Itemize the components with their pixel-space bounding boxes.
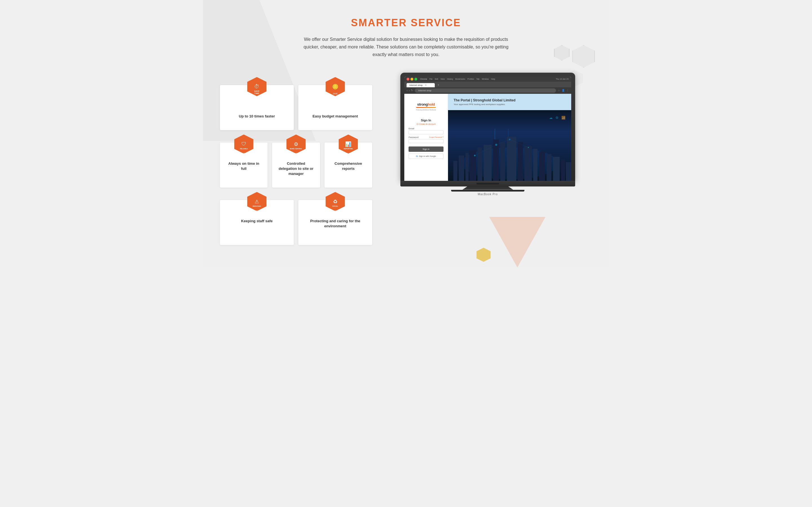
browser-menu-items: Chrome File Edit View History Bookmarks … xyxy=(420,78,495,80)
laptop-container: Chrome File Edit View History Bookmarks … xyxy=(400,73,575,196)
toolbar-right-icons: ☆ 👤 ⋮ xyxy=(558,89,569,92)
email-input[interactable] xyxy=(409,130,444,134)
email-label: Email xyxy=(409,127,444,130)
wifi-icon: 📶 xyxy=(561,116,566,120)
svg-rect-4 xyxy=(469,150,476,181)
laptop-outer: Chrome File Edit View History Bookmarks … xyxy=(400,73,575,181)
save-time-icon: ⏱ xyxy=(254,83,259,90)
feature-card-reporting: 📊 REPORTINGMADE EASY Comprehensive repor… xyxy=(324,143,372,187)
feature-card-reliable-deliveries: 🛡 RELIABLEDELIVERIES Always on time in f… xyxy=(220,143,267,187)
bookmark-icon[interactable]: ☆ xyxy=(558,89,560,92)
menu-bookmarks[interactable]: Bookmarks xyxy=(455,78,465,80)
stronghold-logo: stronghold Protecting Workforce Worldwid… xyxy=(416,100,436,114)
svg-rect-13 xyxy=(539,151,545,180)
website-main-area: The Portal | Stronghold Global Limited Y… xyxy=(448,94,571,181)
svg-rect-11 xyxy=(524,146,532,180)
risk-title: Keeping staff safe xyxy=(241,219,273,224)
svg-rect-3 xyxy=(465,153,469,181)
features-row-3: ⚠ REDUCINGRISK Keeping staff safe ♻ xyxy=(220,200,372,245)
cloud-icon: ☁ xyxy=(549,116,553,120)
city-background: ☁ ⚙ 📶 xyxy=(448,110,571,181)
refresh-button[interactable]: ↻ xyxy=(411,89,413,92)
svg-rect-15 xyxy=(553,157,560,180)
menu-window[interactable]: Window xyxy=(482,78,489,80)
features-row-1: ⏱ SAVETIME Up to 10 times faster 🪙 xyxy=(220,85,372,130)
feature-card-save-money: 🪙 SAVEMONEY Easy budget management xyxy=(298,85,372,130)
feature-card-social-responsibility: ♻ SOCIALRESPONSIBILITY Protecting and ca… xyxy=(298,200,372,245)
url-text: Internet shop xyxy=(418,89,432,92)
svg-rect-9 xyxy=(507,136,516,181)
features-row-2: 🛡 RELIABLEDELIVERIES Always on time in f… xyxy=(220,143,372,187)
settings-icon[interactable]: ⋮ xyxy=(566,89,569,92)
logo-strong: strong xyxy=(417,102,428,107)
save-time-title: Up to 10 times faster xyxy=(239,114,275,119)
hex-label-reporting: REPORTINGMADE EASY xyxy=(339,145,357,155)
password-input[interactable] xyxy=(409,139,444,143)
hex-label-risk: REDUCINGRISK xyxy=(248,203,266,213)
traffic-light-yellow[interactable] xyxy=(410,78,413,80)
browser-tab-bar: Internet shop ✕ + xyxy=(404,82,571,87)
password-field-group: Password Forgot Password ? xyxy=(409,136,444,143)
logo-container: stronghold Protecting Workforce Worldwid… xyxy=(416,102,436,111)
menu-tab[interactable]: Tab xyxy=(476,78,479,80)
laptop-brand-label: MacBook Pro xyxy=(400,193,575,196)
social-title: Protecting and caring for the environmen… xyxy=(304,219,366,229)
svg-rect-16 xyxy=(561,159,565,181)
feature-card-central-control: ⚙ MORE CENTRALCONTROL Controlled delegat… xyxy=(272,143,320,187)
forward-button[interactable]: › xyxy=(409,89,410,92)
hex-label-save-money: SAVEMONEY xyxy=(327,90,344,101)
tab-title: Internet shop xyxy=(409,84,423,87)
main-layout: ⏱ SAVETIME Up to 10 times faster 🪙 xyxy=(220,73,592,245)
page-subtitle: We offer our Smarter Service digital sol… xyxy=(299,36,513,59)
signin-button[interactable]: Sign in xyxy=(409,147,444,152)
tab-close-icon[interactable]: ✕ xyxy=(425,84,427,87)
laptop-section: Chrome File Edit View History Bookmarks … xyxy=(384,73,592,196)
svg-rect-5 xyxy=(477,147,483,181)
forgot-password-link[interactable]: Forgot Password ? xyxy=(429,136,444,138)
page-wrapper: SMARTER SERVICE We offer our Smarter Ser… xyxy=(203,0,609,268)
google-signin-text: Sign in with Google xyxy=(419,155,436,157)
feature-card-reducing-risk: ⚠ REDUCINGRISK Keeping staff safe xyxy=(220,200,294,245)
menu-profiles[interactable]: Profiles xyxy=(467,78,474,80)
control-title: Controlled delegation to site or manager xyxy=(278,161,314,177)
menu-history[interactable]: History xyxy=(447,78,453,80)
new-tab-button[interactable]: + xyxy=(436,82,441,87)
feature-card-save-time: ⏱ SAVETIME Up to 10 times faster xyxy=(220,85,294,130)
create-account-link[interactable]: Or Create An Account xyxy=(409,123,444,125)
back-button[interactable]: ‹ xyxy=(407,89,408,92)
portal-header: The Portal | Stronghold Global Limited Y… xyxy=(448,94,571,110)
portal-title: The Portal | Stronghold Global Limited xyxy=(454,98,566,102)
logo-underline xyxy=(416,107,436,108)
menu-edit[interactable]: Edit xyxy=(435,78,438,80)
signin-title: Sign In xyxy=(409,119,444,122)
signin-form: Sign In Or Create An Account Email xyxy=(409,119,444,159)
hex-label-social: SOCIALRESPONSIBILITY xyxy=(326,203,344,213)
browser-menu-bar: Chrome File Edit View History Bookmarks … xyxy=(404,76,571,82)
profile-icon[interactable]: 👤 xyxy=(562,89,565,92)
hex-label-reliable: RELIABLEDELIVERIES xyxy=(235,145,253,155)
browser-datetime: Thu 13 Jan 15: xyxy=(556,78,569,80)
traffic-light-red[interactable] xyxy=(407,78,409,80)
page-title: SMARTER SERVICE xyxy=(220,17,592,29)
city-skyline-svg xyxy=(448,110,571,181)
svg-rect-10 xyxy=(518,142,523,181)
menu-view[interactable]: View xyxy=(441,78,445,80)
url-bar[interactable]: Internet shop xyxy=(415,89,556,93)
password-header: Password Forgot Password ? xyxy=(409,136,444,138)
laptop-base xyxy=(400,181,575,186)
website-content: stronghold Protecting Workforce Worldwid… xyxy=(404,94,571,181)
traffic-light-green[interactable] xyxy=(414,78,417,80)
traffic-lights xyxy=(407,78,417,80)
google-signin-button[interactable]: G Sign in with Google xyxy=(409,154,444,159)
portal-subtitle: Your approved PPE tooling and workplace … xyxy=(454,103,566,106)
laptop-foot xyxy=(451,190,524,191)
svg-rect-12 xyxy=(533,149,538,181)
save-money-icon: 🪙 xyxy=(332,83,338,90)
menu-help[interactable]: Help xyxy=(491,78,495,80)
menu-file[interactable]: File xyxy=(429,78,433,80)
active-tab[interactable]: Internet shop ✕ xyxy=(407,83,435,87)
network-icons: ☁ ⚙ 📶 xyxy=(549,116,566,120)
svg-rect-14 xyxy=(547,154,552,181)
reporting-title: Comprehensive reports xyxy=(330,161,366,171)
hex-decoration-bottom xyxy=(476,248,491,262)
